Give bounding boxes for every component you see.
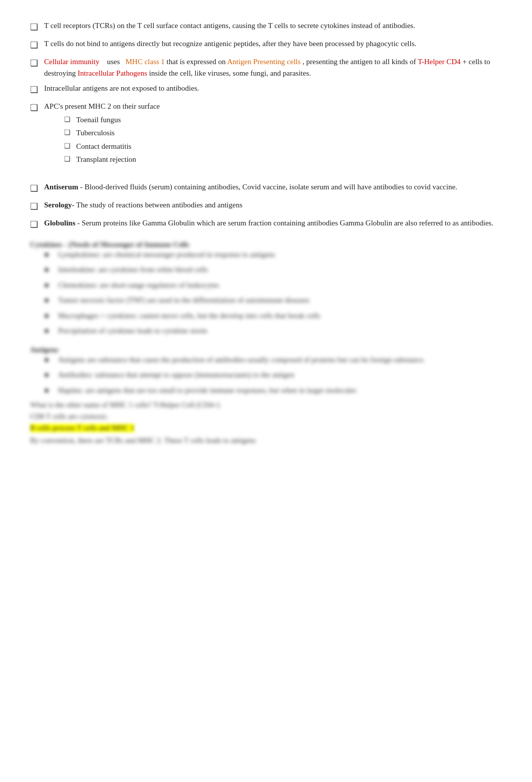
intracellular-label: Intracellular Pathogens	[78, 69, 147, 77]
list-item: ❑ T cells do not bind to antigens direct…	[30, 38, 502, 52]
bullet-text-1: T cell receptors (TCRs) on the T cell su…	[44, 20, 502, 32]
list-item-cellular: ❑ Cellular immunity uses MHC class 1 tha…	[30, 56, 502, 79]
list-item: ❑ Tuberculosis	[64, 127, 502, 139]
sub-bullet-icon: ◆	[44, 370, 58, 380]
list-item: ◆ Interleukine: are cytokines from white…	[44, 264, 502, 276]
expressed-text: that is expressed on	[167, 58, 227, 66]
list-item: ◆ Macrophages + cytokines: cannot move c…	[44, 310, 502, 322]
antiserum-bold: Antiserum	[44, 183, 78, 191]
mhc-class-label: MHC class 1	[126, 58, 165, 66]
blurred-cd8-text: CD8 T cells are cytotoxic.	[30, 412, 109, 420]
list-item: ◆ Haptins: are antigens that are too sma…	[44, 385, 502, 396]
list-item: ❑ Contact dermatitis	[64, 141, 502, 152]
antiserum-text: Blood-derived fluids (serum) containing …	[85, 183, 457, 191]
sub-item-toenail: Toenail fungus	[76, 114, 121, 126]
sub-bullet-icon: ❑	[64, 154, 76, 164]
blurred-cytokines-list: ◆ Lymphokines: are chemical messenger pr…	[44, 249, 502, 337]
blurred-convention-text: By convention, there are TCRs and MHC 2.…	[30, 436, 256, 444]
sub-item-transplant: Transplant rejection	[76, 154, 136, 165]
bullet-icon-5: ❑	[30, 101, 44, 115]
list-item-antiserum: ❑ Antiserum - Blood-derived fluids (seru…	[30, 181, 502, 195]
blurred-cytokines-heading: Cytokines - (Needs of Messenger of Immun…	[30, 240, 502, 249]
globulins-text: Serum proteins like Gamma Globulin which…	[82, 219, 493, 227]
sub-bullet-icon: ❑	[64, 127, 76, 138]
dash-2: -	[72, 201, 76, 209]
bullet-text-6: Antiserum - Blood-derived fluids (serum)…	[44, 181, 502, 193]
bullet-icon-7: ❑	[30, 200, 44, 213]
apc-text: APC's present MHC 2 on their surface	[44, 102, 160, 110]
antigen-sub-1: Antigens are substance that cause the pr…	[58, 354, 425, 366]
bullet-text-2: T cells do not bind to antigens directly…	[44, 38, 502, 50]
serology-bold: Serology	[44, 201, 72, 209]
bullet-text-7: Serology- The study of reactions between…	[44, 199, 502, 211]
main-content: ❑ T cell receptors (TCRs) on the T cell …	[30, 20, 502, 445]
bullet-text-3: Cellular immunity uses MHC class 1 that …	[44, 56, 502, 79]
blurred-cytokines-section: Cytokines - (Needs of Messenger of Immun…	[30, 240, 502, 337]
dash-1: -	[78, 183, 85, 191]
rest-text: inside the cell, like viruses, some fung…	[149, 69, 311, 77]
blurred-convention: By convention, there are TCRs and MHC 2.…	[30, 436, 502, 445]
bullet-text-4: Intracellular antigens are not exposed t…	[44, 83, 502, 94]
sub-item-contact: Contact dermatitis	[76, 141, 131, 152]
bullet-icon-1: ❑	[30, 21, 44, 34]
list-item: ❑ Transplant rejection	[64, 154, 502, 165]
blurred-antigens-list: ◆ Antigens are substance that cause the …	[44, 354, 502, 396]
cytokine-sub-6: Precipitation of cytokines leads to cyto…	[58, 325, 207, 337]
sub-bullet-icon: ◆	[44, 326, 58, 336]
sub-bullet-icon: ◆	[44, 295, 58, 305]
sub-bullet-icon: ◆	[44, 385, 58, 395]
list-item-apc: ❑ APC's present MHC 2 on their surface ❑…	[30, 101, 502, 167]
list-item: ◆ Chemokines: are short-range regulators…	[44, 280, 502, 291]
list-item: ◆ Lymphokines: are chemical messenger pr…	[44, 249, 502, 260]
list-item: ◆ Antigens are substance that cause the …	[44, 354, 502, 366]
dash-3: -	[76, 219, 82, 227]
blurred-bcells-highlight: B cells process T cells and MHC 1	[30, 424, 502, 432]
antigen-sub-3: Haptins: are antigens that are too small…	[58, 385, 356, 396]
blurred-cd8: CD8 T cells are cytotoxic.	[30, 412, 502, 421]
bullet-text-5: APC's present MHC 2 on their surface ❑ T…	[44, 101, 502, 167]
cytokine-sub-3: Chemokines: are short-range regulators o…	[58, 280, 219, 291]
apc-label: Antigen Presenting cells	[227, 58, 301, 66]
sub-bullet-icon: ❑	[64, 114, 76, 125]
list-item: ◆ Antibodies: substance that attempt to …	[44, 369, 502, 381]
cytokine-sub-1: Lymphokines: are chemical messenger prod…	[58, 249, 275, 260]
spacer	[30, 171, 502, 181]
bullet-icon-8: ❑	[30, 218, 44, 231]
thelper-label: T-Helper CD4	[418, 58, 461, 66]
blurred-bcells-text: B cells process T cells and MHC 1	[30, 424, 134, 432]
sub-bullet-list: ❑ Toenail fungus ❑ Tuberculosis ❑ Contac…	[64, 114, 502, 165]
cytokine-sub-2: Interleukine: are cytokines from white b…	[58, 264, 208, 276]
cellular-immunity-label: Cellular immunity	[44, 58, 99, 66]
list-item: ❑ Intracellular antigens are not exposed…	[30, 83, 502, 97]
list-item: ◆ Precipitation of cytokines leads to cy…	[44, 325, 502, 337]
antigen-sub-2: Antibodies: substance that attempt to op…	[58, 369, 294, 381]
blurred-antigens-section: Antigens ◆ Antigens are substance that c…	[30, 346, 502, 445]
bullet-icon-2: ❑	[30, 39, 44, 52]
list-item: ❑ T cell receptors (TCRs) on the T cell …	[30, 20, 502, 34]
cytokines-heading-text: Cytokines - (Needs of Messenger of Immun…	[30, 240, 189, 248]
bullet-icon-4: ❑	[30, 83, 44, 97]
list-item-globulins: ❑ Globulins - Serum proteins like Gamma …	[30, 217, 502, 231]
serology-text: The study of reactions between antibodie…	[76, 201, 242, 209]
uses-text: uses	[107, 58, 120, 66]
sub-bullet-icon: ❑	[64, 141, 76, 151]
sub-bullet-icon: ◆	[44, 265, 58, 275]
cytokine-sub-4: Tumor necrosis factor (TNF) are used in …	[58, 295, 310, 306]
bullet-icon-3: ❑	[30, 57, 44, 70]
list-item: ◆ Tumor necrosis factor (TNF) are used i…	[44, 295, 502, 306]
cytokine-sub-5: Macrophages + cytokines: cannot move cel…	[58, 310, 320, 322]
list-item-serology: ❑ Serology- The study of reactions betwe…	[30, 199, 502, 213]
sub-bullet-icon: ◆	[44, 355, 58, 365]
sub-bullet-icon: ◆	[44, 311, 58, 321]
presenting-text: , presenting the antigen to all kinds of	[303, 58, 418, 66]
sub-bullet-icon: ◆	[44, 249, 58, 259]
blurred-antigens-heading: Antigens	[30, 346, 502, 354]
sub-item-tuberculosis: Tuberculosis	[76, 127, 115, 139]
globulins-bold: Globulins	[44, 219, 76, 227]
blurred-question-1: What is the other name of MHC 1 cells? T…	[30, 401, 502, 409]
bullet-icon-6: ❑	[30, 182, 44, 195]
antigens-heading-text: Antigens	[30, 346, 59, 354]
list-item: ❑ Toenail fungus	[64, 114, 502, 126]
sub-bullet-icon: ◆	[44, 280, 58, 290]
blurred-q1-text: What is the other name of MHC 1 cells? T…	[30, 401, 220, 409]
